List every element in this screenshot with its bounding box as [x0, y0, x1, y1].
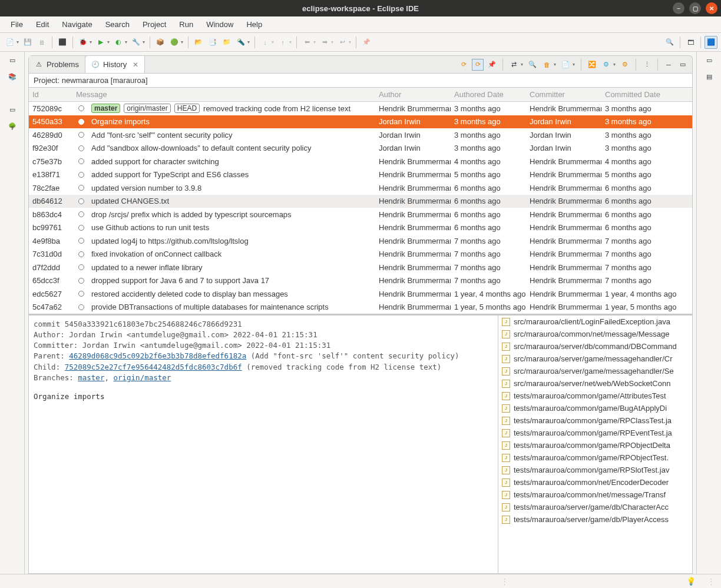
- dropdown-icon[interactable]: ▾: [349, 39, 352, 45]
- type-hierarchy-icon[interactable]: 🌳: [6, 120, 18, 132]
- col-author[interactable]: Author: [375, 89, 451, 100]
- pin-icon[interactable]: 📌: [360, 36, 373, 49]
- menu-file[interactable]: File: [5, 18, 29, 31]
- parent-link[interactable]: 46289d068c9d5c092b2f6e3b3b78d8efedf6182a: [69, 351, 246, 360]
- save-icon[interactable]: 💾: [21, 36, 34, 49]
- commit-row[interactable]: edc5627restored accidently deleted code …: [29, 287, 692, 301]
- filter-icon[interactable]: 🗑: [541, 59, 553, 71]
- commit-row[interactable]: b863dc4drop /srcjs/ prefix which is adde…: [29, 208, 692, 221]
- commit-row[interactable]: d7f2dddupdated to a newer inflate librar…: [29, 261, 692, 274]
- dropdown-icon[interactable]: ▾: [143, 39, 146, 45]
- menu-navigate[interactable]: Navigate: [56, 18, 98, 31]
- tab-problems[interactable]: ⚠ Problems: [29, 56, 85, 73]
- file-row[interactable]: Jtests/marauroa/common/game/BugAtApplyDi: [498, 402, 692, 414]
- dropdown-icon[interactable]: ▾: [613, 62, 617, 67]
- open-type-icon[interactable]: 📂: [192, 36, 205, 49]
- dropdown-icon[interactable]: ▾: [521, 62, 524, 67]
- dropdown-icon[interactable]: ▾: [181, 39, 184, 45]
- additional-refs-icon[interactable]: ⚙: [600, 59, 612, 71]
- file-row[interactable]: Jsrc/marauroa/server/game/messagehandler…: [498, 353, 692, 365]
- col-id[interactable]: Id: [29, 89, 72, 100]
- col-message[interactable]: Message: [72, 89, 375, 100]
- commit-row[interactable]: 5450a33Organize importsJordan Irwin3 mon…: [29, 115, 692, 129]
- child-link[interactable]: 752089c52e27cf7e956442482d5fdc8603c7db6f: [65, 363, 242, 371]
- minimize-button[interactable]: –: [673, 2, 684, 14]
- file-row[interactable]: Jtests/marauroa/common/game/AttributesTe…: [498, 390, 692, 402]
- package-explorer-icon[interactable]: 📚: [6, 71, 18, 82]
- restore-view-icon[interactable]: ▭: [703, 54, 715, 66]
- dropdown-icon[interactable]: ▾: [247, 39, 251, 45]
- commit-row[interactable]: 7c31d0dfixed invokation of onConnect cal…: [29, 248, 692, 261]
- search-icon[interactable]: 🔦: [234, 36, 247, 49]
- maximize-button[interactable]: ▢: [689, 2, 701, 14]
- dropdown-icon[interactable]: ▾: [107, 39, 111, 45]
- minimize-icon[interactable]: ─: [663, 59, 674, 71]
- show-all-icon[interactable]: ⚙: [619, 59, 631, 71]
- file-row[interactable]: Jsrc/marauroa/server/game/messagehandler…: [498, 365, 692, 377]
- forward-icon[interactable]: ➡: [318, 36, 331, 49]
- dropdown-icon[interactable]: ▾: [313, 39, 317, 45]
- file-row[interactable]: Jtests/marauroa/common/game/RPObjectTest…: [498, 451, 692, 464]
- dropdown-icon[interactable]: ▾: [573, 62, 576, 67]
- link-selection-icon[interactable]: ⟳: [472, 59, 484, 71]
- save-all-icon[interactable]: 🗎: [35, 36, 48, 49]
- run-icon[interactable]: ▶: [94, 36, 107, 49]
- external-tools-icon[interactable]: 🔧: [130, 36, 143, 49]
- maximize-icon[interactable]: ▭: [677, 59, 689, 71]
- file-row[interactable]: Jtests/marauroa/common/net/EncoderDecode…: [498, 476, 692, 489]
- open-task-icon[interactable]: 📑: [206, 36, 219, 49]
- menu-run[interactable]: Run: [173, 18, 199, 31]
- dropdown-icon[interactable]: ▾: [16, 39, 20, 45]
- file-row[interactable]: Jtests/marauroa/common/game/RPClassTest.…: [498, 414, 692, 427]
- commit-row[interactable]: 78c2faeupdated version number to 3.9.8He…: [29, 181, 692, 195]
- new-icon[interactable]: 📄: [4, 36, 16, 49]
- branches-icon[interactable]: 🔀: [586, 59, 598, 71]
- menu-search[interactable]: Search: [100, 18, 135, 31]
- commit-row[interactable]: c75e37badded support for character switc…: [29, 155, 692, 168]
- tip-icon[interactable]: 💡: [686, 577, 696, 586]
- restore-view-icon[interactable]: ▭: [6, 54, 18, 66]
- java-perspective-icon[interactable]: 🟦: [705, 36, 717, 49]
- open-resource-icon[interactable]: 📁: [220, 36, 233, 49]
- dropdown-icon[interactable]: ▾: [289, 39, 293, 45]
- tab-history[interactable]: 🕘 History ✕: [85, 56, 145, 73]
- last-edit-icon[interactable]: ↩: [336, 36, 349, 49]
- dropdown-icon[interactable]: ▾: [331, 39, 335, 45]
- commit-row[interactable]: 46289d0Add "font-src 'self'" content sec…: [29, 128, 692, 142]
- new-package-icon[interactable]: 📦: [154, 36, 167, 49]
- file-row[interactable]: Jsrc/marauroa/client/LoginFailedExceptio…: [498, 315, 692, 328]
- file-row[interactable]: Jtests/marauroa/common/game/RPSlotTest.j…: [498, 464, 692, 476]
- back-icon[interactable]: ⬅: [300, 36, 313, 49]
- compare-mode-icon[interactable]: ⇄: [508, 59, 520, 71]
- branch-link[interactable]: origin/master: [113, 373, 171, 382]
- restore-view-icon[interactable]: ▭: [6, 104, 18, 115]
- branch-link[interactable]: master: [78, 373, 104, 382]
- dropdown-icon[interactable]: ▾: [90, 39, 93, 45]
- pin-icon[interactable]: 📌: [486, 59, 498, 71]
- menu-project[interactable]: Project: [137, 18, 172, 31]
- prev-annotation-icon[interactable]: ↑: [276, 36, 289, 49]
- col-authored-date[interactable]: Authored Date: [451, 89, 526, 100]
- view-menu-icon[interactable]: ⋮: [641, 59, 653, 71]
- close-button[interactable]: ✕: [706, 2, 717, 14]
- commit-row[interactable]: f92e30fAdd "sandbox allow-downloads" to …: [29, 142, 692, 155]
- commit-row[interactable]: 4e9f8baupdated log4j to https://github.c…: [29, 234, 692, 248]
- open-perspective-icon[interactable]: 🗔: [684, 36, 697, 49]
- refresh-icon[interactable]: ⟳: [458, 59, 469, 71]
- commit-row[interactable]: bc99761use Github actions to run unit te…: [29, 221, 692, 235]
- format-icon[interactable]: 📄: [560, 59, 571, 71]
- file-row[interactable]: Jtests/marauroa/common/net/message/Trans…: [498, 489, 692, 501]
- coverage-icon[interactable]: ◐: [112, 36, 125, 49]
- file-row[interactable]: Jtests/marauroa/common/game/RPObjectDelt…: [498, 439, 692, 451]
- file-row[interactable]: Jtests/marauroa/server/game/db/PlayerAcc…: [498, 513, 692, 526]
- dropdown-icon[interactable]: ▾: [554, 62, 557, 67]
- commit-row[interactable]: 752089cmasterorigin/masterHEADremoved tr…: [29, 102, 692, 115]
- dropdown-icon[interactable]: ▾: [125, 39, 128, 45]
- commit-row[interactable]: 5c47a62provide DBTransactions of multipl…: [29, 301, 692, 314]
- close-icon[interactable]: ✕: [133, 61, 138, 69]
- file-row[interactable]: Jtests/marauroa/common/game/RPEventTest.…: [498, 427, 692, 439]
- dropdown-icon[interactable]: ▾: [272, 39, 275, 45]
- menu-help[interactable]: Help: [240, 18, 268, 31]
- debug-icon[interactable]: 🐞: [77, 36, 90, 49]
- commit-row[interactable]: db64612updated CHANGES.txtHendrik Brumme…: [29, 195, 692, 208]
